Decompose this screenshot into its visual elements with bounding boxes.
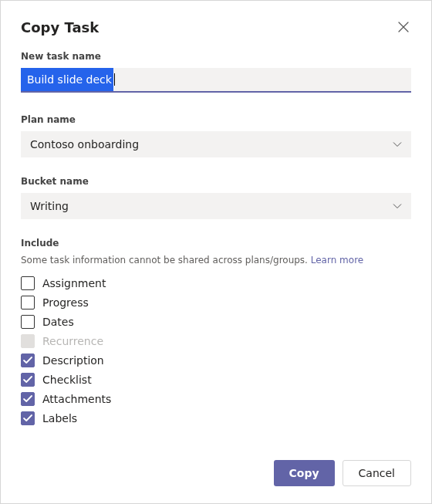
plan-name-select[interactable]: Contoso onboarding (21, 131, 411, 157)
checkbox-row-dates: Dates (21, 315, 411, 329)
bucket-name-select[interactable]: Writing (21, 193, 411, 219)
checkbox-row-labels: Labels (21, 411, 411, 425)
bucket-name-value: Writing (30, 200, 69, 212)
checkbox-assignment[interactable] (21, 276, 35, 290)
dialog-header: Copy Task (21, 19, 411, 36)
checkbox-row-progress: Progress (21, 296, 411, 310)
checkbox-dates[interactable] (21, 315, 35, 329)
bucket-name-label: Bucket name (21, 176, 411, 187)
checkbox-labels[interactable] (21, 411, 35, 425)
plan-name-value: Contoso onboarding (30, 138, 139, 151)
checkbox-label-labels: Labels (42, 412, 77, 425)
include-checkbox-list: AssignmentProgressDatesRecurrenceDescrip… (21, 276, 411, 425)
checkbox-label-progress: Progress (42, 296, 89, 309)
chevron-down-icon (393, 203, 402, 209)
checkbox-label-assignment: Assignment (42, 277, 106, 289)
checkbox-row-checklist: Checklist (21, 373, 411, 387)
checkbox-progress[interactable] (21, 296, 35, 310)
chevron-down-icon (393, 141, 402, 147)
plan-name-label: Plan name (21, 114, 411, 125)
checkbox-label-recurrence: Recurrence (42, 335, 103, 347)
checkbox-row-assignment: Assignment (21, 276, 411, 290)
check-icon (23, 357, 32, 364)
checkbox-attachments[interactable] (21, 392, 35, 406)
checkbox-label-checklist: Checklist (42, 374, 92, 386)
close-icon (398, 22, 409, 32)
checkbox-recurrence (21, 334, 35, 348)
checkbox-label-description: Description (42, 354, 104, 367)
text-caret (114, 73, 115, 86)
check-icon (23, 414, 32, 422)
dialog-footer: Copy Cancel (21, 451, 411, 486)
include-description: Some task information cannot be shared a… (21, 255, 411, 266)
task-name-input[interactable]: Build slide deck (21, 68, 411, 93)
checkbox-label-dates: Dates (42, 316, 74, 328)
include-section: Include Some task information cannot be … (21, 238, 411, 431)
task-name-value: Build slide deck (21, 68, 113, 91)
include-label: Include (21, 238, 411, 249)
check-icon (23, 395, 32, 403)
cancel-button[interactable]: Cancel (343, 460, 411, 486)
checkbox-checklist[interactable] (21, 373, 35, 387)
close-button[interactable] (396, 19, 411, 35)
task-name-label: New task name (21, 51, 411, 62)
copy-button[interactable]: Copy (274, 460, 335, 486)
checkbox-label-attachments: Attachments (42, 393, 111, 405)
checkbox-row-recurrence: Recurrence (21, 334, 411, 348)
learn-more-link[interactable]: Learn more (311, 255, 363, 266)
checkbox-description[interactable] (21, 353, 35, 367)
check-icon (23, 376, 32, 384)
checkbox-row-attachments: Attachments (21, 392, 411, 406)
dialog-title: Copy Task (21, 19, 99, 36)
include-desc-text: Some task information cannot be shared a… (21, 255, 311, 266)
task-name-selection: Build slide deck (21, 68, 115, 91)
checkbox-row-description: Description (21, 353, 411, 367)
